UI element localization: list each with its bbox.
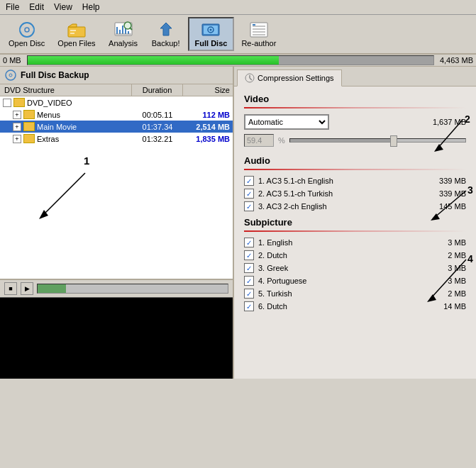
menu-view[interactable]: View [50,1,77,13]
svg-line-32 [250,78,252,80]
tab-bar: Compression Settings [234,67,476,87]
subpicture-section-divider [244,230,466,232]
table-row[interactable]: + Menus 00:05.11 112 MB [0,108,233,121]
tree-header: DVD Structure Duration Size [0,84,233,96]
progress-left-label: 0 MB [3,56,21,65]
row-size-cell: 1,835 MB [183,135,233,143]
table-row[interactable]: + Main Movie 01:37.34 2,514 MB [0,121,233,133]
audio-section-divider [244,169,466,170]
full-disc-label: Full Disc [195,39,228,48]
sub-checkbox-5[interactable]: ✓ [244,289,254,299]
full-disc-button[interactable]: Full Disc [188,17,235,51]
col-dvd-structure: DVD Structure [0,84,132,96]
svg-point-26 [6,70,16,80]
video-preview [0,297,233,379]
left-panel: Full Disc Backup DVD Structure Duration … [0,67,234,379]
sub-checkbox-4[interactable]: ✓ [244,276,254,286]
sub-size-6: 14 MB [434,302,466,311]
playback-progress[interactable] [37,284,228,294]
sub-checkbox-6[interactable]: ✓ [244,301,254,311]
subpicture-section-title: Subpicture [244,217,466,228]
expand-icon[interactable]: + [13,135,21,143]
progress-right-label: 4,463 MB [440,56,473,65]
stop-button[interactable]: ■ [4,282,17,295]
row-name-cell: + Menus [0,109,132,120]
col-size: Size [183,84,233,96]
sub-checkbox-2[interactable]: ✓ [244,250,254,260]
slider-thumb[interactable] [390,135,397,147]
video-slider-row: % 2 [244,134,466,147]
table-row[interactable]: DVD_VIDEO [0,96,233,108]
menu-file[interactable]: File [1,1,23,13]
sub-label-4: 4. Portuguese [258,277,430,285]
progress-bar-area: 0 MB 4,463 MB [0,55,476,67]
video-quality-slider[interactable] [289,138,466,143]
annotation-1-label: 1 [84,155,89,167]
menu-help[interactable]: Help [78,1,104,13]
progress-fill [28,56,279,65]
backup-button[interactable]: Backup! [145,18,187,50]
sub-label-5: 5. Turkish [258,289,430,298]
folder-icon [23,122,35,131]
svg-text:3: 3 [467,184,473,196]
expand-icon[interactable]: + [13,111,21,119]
full-disc-small-icon [4,69,17,82]
pct-symbol: % [278,136,285,145]
reauthor-button[interactable]: Re-author [236,18,282,50]
audio-label-3: 3. AC3 2-ch English [258,202,430,211]
audio-item: ✓ 3. AC3 2-ch English 145 MB [244,200,466,213]
row-size-cell: 112 MB [183,111,233,119]
video-size-label: 1,637 MB [335,118,466,126]
svg-rect-6 [70,33,74,34]
menu-edit[interactable]: Edit [25,1,48,13]
full-disc-icon [199,21,222,39]
sub-checkbox-3[interactable]: ✓ [244,263,254,273]
slider-fill [290,139,392,142]
sub-checkbox-1[interactable]: ✓ [244,238,254,247]
folder-icon [23,134,35,143]
table-row[interactable]: + Extras 01:32.21 1,835 MB [0,133,233,145]
video-pct-input[interactable] [244,134,274,147]
subpicture-item: ✓ 4. Portuguese 3 MB [244,274,466,287]
audio-checkbox-1[interactable]: ✓ [244,176,254,186]
main-layout: Full Disc Backup DVD Structure Duration … [0,67,476,379]
left-panel-title: Full Disc Backup [21,70,89,80]
subpicture-item: ✓ 5. Turkish 2 MB [244,287,466,300]
video-section-title: Video [244,94,466,104]
open-disc-button[interactable]: Open Disc [3,18,50,50]
row-name-cell: + Extras [0,133,132,144]
audio-label-2: 2. AC3 5.1-ch Turkish [258,189,430,198]
audio-item: ✓ 1. AC3 5.1-ch English 339 MB [244,174,466,187]
expand-icon[interactable]: + [13,123,21,131]
tree-body: DVD_VIDEO + Menus 00:05.11 112 MB + [0,96,233,279]
video-quality-dropdown[interactable]: Automatic [244,114,329,130]
svg-point-2 [20,23,34,37]
svg-text:4: 4 [467,253,473,264]
sub-label-6: 6. Dutch [258,302,430,311]
row-duration-cell: 01:37.34 [132,123,183,131]
svg-point-19 [210,29,212,31]
menubar: File Edit View Help [0,0,476,15]
right-panel: Compression Settings Video Automatic 1,6… [234,67,476,379]
open-files-button[interactable]: Open Files [52,18,101,50]
subpicture-item: ✓ 1. English 3 MB [244,236,466,249]
compression-settings-tab[interactable]: Compression Settings [237,69,342,87]
disc-icon [16,21,38,39]
open-files-label: Open Files [57,39,95,48]
reauthor-label: Re-author [241,39,276,48]
audio-size-2: 339 MB [434,189,466,198]
svg-rect-5 [70,30,76,31]
compression-tab-icon [245,73,255,83]
audio-checkbox-3[interactable]: ✓ [244,201,254,211]
analysis-button[interactable]: Analysis [103,18,144,50]
video-controls-row: Automatic 1,637 MB [244,114,466,130]
audio-label-1: 1. AC3 5.1-ch English [258,177,430,185]
col-duration: Duration [132,84,183,96]
svg-point-27 [9,74,12,77]
row-duration-cell: 01:32.21 [132,135,183,143]
toolbar: Open Disc Open Files Analysis Backup! Fu… [0,15,476,55]
audio-checkbox-2[interactable]: ✓ [244,189,254,199]
expand-icon[interactable] [3,99,11,107]
play-button[interactable]: ▶ [21,282,33,295]
sub-size-4: 3 MB [434,277,466,285]
